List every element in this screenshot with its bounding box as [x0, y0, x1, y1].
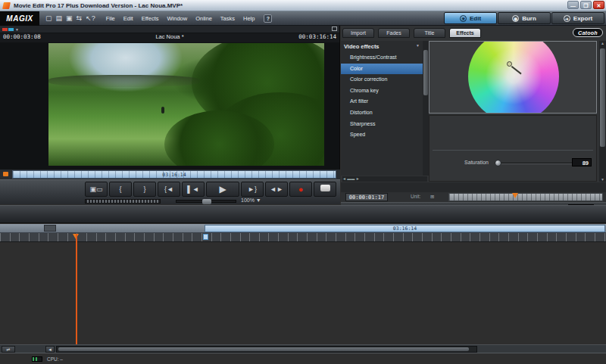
color-wheel[interactable] — [468, 41, 559, 114]
help-badge-icon[interactable]: ? — [264, 14, 272, 23]
timeline-scroll-row: ⇄ ◄ — [0, 344, 606, 353]
effect-item-distortion[interactable]: Distortion — [341, 107, 423, 119]
tab-title[interactable]: Title — [414, 28, 445, 38]
horizontal-scrollbar[interactable] — [56, 346, 477, 353]
play-button[interactable]: ▶ — [206, 182, 239, 197]
burn-mode-button[interactable]: ◉Burn — [498, 12, 551, 24]
scrollbar-thumb[interactable] — [58, 347, 469, 351]
menu-online[interactable]: Online — [195, 15, 212, 22]
range-out-button[interactable]: } — [133, 182, 156, 197]
preview-mode-toggle-button[interactable]: ▣▭ — [85, 182, 108, 197]
jump-range-end-button[interactable]: ►} — [241, 182, 264, 197]
preview-clip-name: Lac Noua * — [0, 33, 339, 40]
keyframe-timeline-row: 00:00:01:17 Unit: ⊞ — [341, 192, 606, 202]
keyframe-timecode[interactable]: 00:00:01:17 — [345, 193, 388, 201]
panel-scrollbar[interactable]: ▲▼ — [599, 41, 606, 182]
playhead-line[interactable] — [76, 234, 77, 344]
preview-mode-toggle-icon: ▣▭ — [89, 185, 102, 193]
edit-mode-button[interactable]: ✳Edit — [444, 12, 497, 24]
shuttle-thumb[interactable] — [202, 199, 211, 204]
saturation-label: Saturation — [431, 160, 489, 165]
effect-item-brightness-contrast[interactable]: Brightness/Contrast — [341, 52, 423, 64]
close-button[interactable]: ✕ — [593, 1, 604, 9]
exchange-icon[interactable]: ⇆ — [77, 14, 83, 22]
jog-wheel[interactable] — [85, 199, 161, 204]
chevron-down-icon[interactable]: ▼ — [15, 27, 19, 32]
catooh-logo[interactable]: Catooh — [573, 28, 603, 37]
window-controls: —❐✕ — [567, 1, 604, 9]
timeline-ruler[interactable] — [0, 233, 606, 242]
effects-list-scrollbar[interactable] — [423, 41, 429, 176]
record-button[interactable]: ● — [289, 182, 312, 197]
saturation-thumb[interactable] — [495, 160, 501, 166]
go-to-start-button[interactable]: ▌◄ — [182, 182, 205, 197]
preview-timecode-duration: 00:03:16:14 — [298, 33, 336, 40]
menu-edit[interactable]: Edit — [123, 15, 133, 22]
tab-import[interactable]: Import — [342, 28, 374, 38]
minimize-button[interactable]: — — [567, 1, 579, 9]
range-handle[interactable] — [44, 225, 56, 232]
pan-button[interactable]: ⇄ — [2, 346, 15, 353]
saturation-slider[interactable] — [495, 163, 573, 164]
track-area — [0, 242, 606, 344]
media-pool-pane: ImportFadesTitleEffects Catooh Video eff… — [341, 26, 606, 204]
color-wheel-panel — [429, 41, 597, 114]
preview-scrub-bar[interactable]: 03:16:14 — [12, 170, 336, 179]
unit-icon[interactable]: ⊞ — [430, 194, 434, 200]
playback-range-bar[interactable]: 03:16:14 — [205, 225, 605, 232]
context-help-icon[interactable]: ↖? — [86, 14, 95, 22]
effect-item-color-correction[interactable]: Color correction — [341, 74, 423, 86]
go-to-end-button[interactable]: ◄► — [265, 182, 288, 197]
tab-fades[interactable]: Fades — [378, 28, 410, 38]
effect-item-art-filter[interactable]: Art filter — [341, 96, 423, 107]
effects-category[interactable]: Video effects▼ — [341, 41, 423, 52]
go-to-end-icon: ◄► — [270, 185, 283, 193]
menu-file[interactable]: File — [106, 15, 115, 22]
menu-window[interactable]: Window — [167, 15, 187, 22]
effect-item-color[interactable]: Color — [341, 64, 423, 75]
stop-button[interactable] — [314, 182, 336, 197]
panel-tabs: ImportFadesTitleEffects — [342, 28, 481, 38]
keyframe-playhead-icon[interactable] — [512, 193, 518, 198]
open-project-icon[interactable]: ▤ — [56, 14, 63, 22]
go-to-start-icon: ▌◄ — [187, 185, 198, 193]
range-out-icon: } — [143, 185, 145, 193]
saturation-value[interactable]: 89 — [572, 158, 592, 166]
menu-help[interactable]: Help — [243, 15, 255, 22]
transport-bar: ▣▭{}{◄▌◄▶►}◄►● 100% ▼ — [0, 179, 340, 204]
menu-effects[interactable]: Effects — [142, 15, 159, 22]
effect-item-chroma-key[interactable]: Chroma key — [341, 86, 423, 97]
undock-preview-icon[interactable] — [332, 26, 337, 31]
mode-button-label: Export — [573, 15, 592, 22]
effect-item-sharpness[interactable]: Sharpness — [341, 119, 423, 130]
menu-items: FileEditEffectsWindowOnlineTasksHelp — [106, 15, 255, 22]
stereo3d-preview-icon[interactable] — [2, 28, 14, 31]
range-start-flag-icon[interactable] — [203, 234, 208, 240]
jump-range-start-button[interactable]: {◄ — [158, 182, 180, 197]
mode-button-label: Burn — [522, 15, 536, 22]
video-preview[interactable] — [48, 43, 324, 166]
preview-info-row: 00:00:03:08 Lac Noua * 00:03:16:14 — [0, 33, 339, 42]
scrub-marker-icon[interactable] — [3, 172, 8, 176]
unit-label: Unit: — [411, 194, 420, 199]
titlebar: Movie Edit Pro 17 Plus Download Version … — [0, 0, 606, 11]
new-project-icon[interactable]: ▢ — [45, 14, 52, 22]
timeline-range-row: 03:16:14 — [0, 224, 606, 233]
shuttle-slider[interactable] — [176, 200, 236, 203]
jump-range-start-icon: {◄ — [164, 185, 173, 193]
tab-effects[interactable]: Effects — [449, 28, 481, 38]
record-icon: ● — [298, 185, 304, 194]
effect-item-speed[interactable]: Speed — [341, 129, 423, 141]
restore-button[interactable]: ❐ — [580, 1, 592, 9]
keyframe-mini-ruler[interactable] — [448, 193, 603, 201]
effects-list-hscrollbar[interactable]: ◄ ▬▬ ► — [342, 176, 427, 182]
burn-icon: ◉ — [512, 15, 519, 22]
movie-edit-pro-window: Movie Edit Pro 17 Plus Download Version … — [0, 0, 606, 364]
preview-zoom-level[interactable]: 100% ▼ — [241, 198, 261, 203]
window-title: Movie Edit Pro 17 Plus Download Version … — [14, 2, 183, 9]
range-in-button[interactable]: { — [109, 182, 132, 197]
menu-tasks[interactable]: Tasks — [220, 15, 235, 22]
export-mode-button[interactable]: ➜Export — [551, 12, 604, 24]
scroll-left-icon[interactable]: ◄ — [45, 346, 55, 353]
save-project-icon[interactable]: ▣ — [66, 14, 73, 22]
